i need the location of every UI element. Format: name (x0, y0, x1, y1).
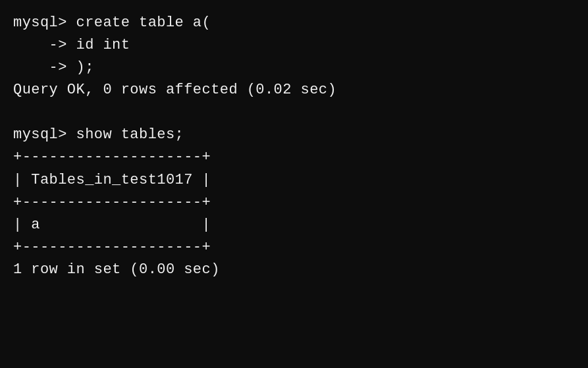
terminal-line-2: -> ); (13, 57, 575, 79)
terminal-line-11: 1 row in set (0.00 sec) (13, 259, 575, 281)
terminal-line-6: +--------------------+ (13, 146, 575, 169)
blank-line-4 (13, 101, 575, 124)
terminal-line-10: +--------------------+ (13, 236, 575, 259)
terminal-line-8: +--------------------+ (13, 192, 575, 214)
terminal-line-9: | a | (13, 214, 575, 236)
terminal-window: mysql> create table a( -> id int -> );Qu… (0, 0, 588, 368)
terminal-line-3: Query OK, 0 rows affected (0.02 sec) (13, 79, 575, 101)
terminal-line-1: -> id int (13, 34, 575, 57)
terminal-line-5: mysql> show tables; (13, 124, 575, 146)
terminal-line-0: mysql> create table a( (13, 12, 575, 34)
terminal-line-7: | Tables_in_test1017 | (13, 169, 575, 192)
